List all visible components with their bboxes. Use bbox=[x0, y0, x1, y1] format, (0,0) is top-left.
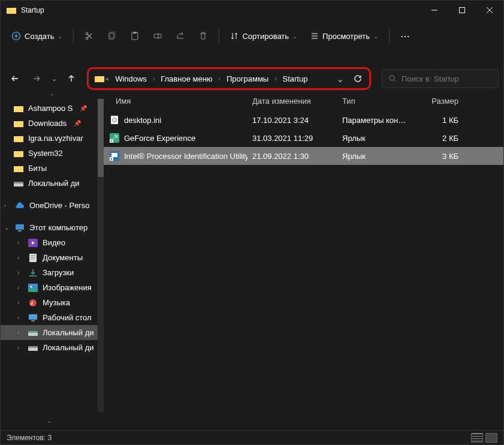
paste-button[interactable] bbox=[124, 25, 146, 47]
sidebar-item[interactable]: System32 bbox=[1, 146, 104, 161]
chevron-right-icon[interactable]: › bbox=[17, 314, 23, 321]
sidebar-item[interactable]: › Изображения bbox=[1, 280, 104, 295]
sidebar-item[interactable]: › Локальный ди bbox=[1, 325, 104, 340]
breadcrumb-item[interactable]: Startup bbox=[279, 72, 312, 86]
cloud-icon bbox=[15, 202, 25, 209]
new-button[interactable]: Создать ⌄ bbox=[5, 28, 68, 44]
chevron-right-icon[interactable]: › bbox=[4, 202, 10, 209]
chevron-right-icon[interactable]: › bbox=[218, 76, 222, 82]
cut-button[interactable] bbox=[79, 25, 100, 47]
sidebar-label: Ashampoo S bbox=[28, 104, 73, 113]
chevron-down-icon: ⌄ bbox=[292, 33, 297, 40]
folder-icon bbox=[14, 104, 23, 113]
nav-row: ⌄ « Windows › Главное меню › Программы ›… bbox=[1, 65, 503, 92]
ini-file-icon bbox=[110, 115, 119, 125]
svg-rect-13 bbox=[18, 230, 22, 231]
chevron-right-icon[interactable]: › bbox=[17, 269, 23, 276]
file-type: Параметры конф... bbox=[337, 113, 415, 128]
file-row[interactable]: Intel® Processor Identification Utility … bbox=[104, 147, 503, 165]
sidebar-item-thispc[interactable]: ⌄ Этот компьютер bbox=[1, 220, 104, 235]
file-date: 17.10.2021 3:24 bbox=[248, 113, 337, 128]
rename-button[interactable] bbox=[147, 25, 168, 47]
column-size[interactable]: Размер bbox=[415, 94, 463, 108]
chevron-right-icon[interactable]: › bbox=[17, 329, 23, 336]
sidebar-item[interactable]: › Локальный ди bbox=[1, 340, 104, 355]
sidebar-item[interactable]: › Музыка bbox=[1, 295, 104, 310]
file-list: Имя Дата изменения Тип Размер desktop.in… bbox=[104, 92, 503, 430]
scroll-down-button[interactable]: ⌄ bbox=[1, 417, 98, 424]
address-dropdown[interactable]: ⌄ bbox=[332, 73, 348, 85]
overflow-chevrons-icon[interactable]: « bbox=[105, 75, 109, 82]
recent-button[interactable]: ⌄ bbox=[49, 69, 59, 88]
view-button[interactable]: Просмотреть ⌄ bbox=[304, 28, 384, 44]
sidebar-item[interactable]: Igra.na.vyzhivar bbox=[1, 131, 104, 146]
chevron-right-icon[interactable]: › bbox=[17, 254, 23, 261]
sort-button[interactable]: Сортировать ⌄ bbox=[224, 28, 303, 44]
thumbnails-view-button[interactable] bbox=[485, 433, 497, 443]
explorer-window: Startup Создать ⌄ bbox=[0, 0, 504, 445]
column-headers: Имя Дата изменения Тип Размер bbox=[104, 92, 503, 111]
svg-rect-22 bbox=[28, 331, 38, 333]
sidebar-scrollbar-thumb[interactable] bbox=[98, 99, 104, 177]
breadcrumb-item[interactable]: Программы bbox=[223, 72, 272, 86]
file-row[interactable]: GeForce Experience 31.03.2021 11:29 Ярлы… bbox=[104, 129, 503, 147]
sidebar-item[interactable]: Биты bbox=[1, 161, 104, 176]
scroll-up-button[interactable]: ⌃ bbox=[1, 92, 104, 101]
forward-button[interactable] bbox=[27, 69, 46, 88]
sidebar-item[interactable]: › Документы bbox=[1, 250, 104, 265]
maximize-button[interactable] bbox=[448, 1, 476, 20]
close-button[interactable] bbox=[476, 1, 503, 20]
minimize-button[interactable] bbox=[421, 1, 448, 20]
up-button[interactable] bbox=[62, 69, 81, 88]
arrow-up-icon bbox=[67, 74, 76, 83]
music-icon bbox=[28, 299, 38, 307]
column-date[interactable]: Дата изменения bbox=[248, 94, 337, 108]
svg-point-9 bbox=[390, 76, 394, 80]
address-bar[interactable]: « Windows › Главное меню › Программы › S… bbox=[87, 67, 371, 90]
breadcrumb-item[interactable]: Главное меню bbox=[157, 72, 216, 86]
chevron-right-icon[interactable]: › bbox=[17, 344, 23, 351]
refresh-button[interactable] bbox=[350, 74, 366, 83]
chevron-right-icon[interactable]: › bbox=[17, 299, 23, 306]
folder-icon bbox=[14, 149, 23, 158]
chevron-right-icon[interactable]: › bbox=[17, 239, 23, 246]
rename-icon bbox=[153, 31, 162, 41]
content-body: ⌃ Ashampoo S 📌 Downloads 📌 Igra.na.vyzhi… bbox=[1, 92, 503, 430]
share-button[interactable] bbox=[170, 25, 191, 47]
file-name: GeForce Experience bbox=[124, 134, 195, 143]
sidebar-item[interactable]: › Загрузки bbox=[1, 265, 104, 280]
sidebar-item[interactable]: › Рабочий стол bbox=[1, 310, 104, 325]
details-view-button[interactable] bbox=[471, 433, 483, 443]
chevron-right-icon[interactable]: › bbox=[273, 76, 277, 82]
sidebar-item[interactable]: Downloads 📌 bbox=[1, 116, 104, 131]
chevron-down-icon[interactable]: ⌄ bbox=[4, 224, 10, 231]
sidebar-label: Изображения bbox=[43, 283, 92, 292]
breadcrumb-item[interactable]: Windows bbox=[111, 72, 150, 86]
arrow-left-icon bbox=[11, 74, 19, 83]
sidebar-item-onedrive[interactable]: › OneDrive - Perso bbox=[1, 198, 104, 213]
downloads-icon bbox=[28, 269, 38, 277]
chevron-right-icon[interactable]: › bbox=[17, 284, 23, 291]
sidebar-label: Локальный ди bbox=[28, 179, 80, 188]
pin-icon: 📌 bbox=[74, 120, 81, 127]
share-icon bbox=[176, 31, 185, 41]
copy-button[interactable] bbox=[101, 25, 123, 47]
file-date: 31.03.2021 11:29 bbox=[248, 131, 337, 146]
sidebar-item[interactable]: Ashampoo S 📌 bbox=[1, 101, 104, 116]
sidebar-item[interactable]: › Видео bbox=[1, 235, 104, 250]
sidebar-label: System32 bbox=[28, 149, 63, 158]
file-row[interactable]: desktop.ini 17.10.2021 3:24 Параметры ко… bbox=[104, 111, 503, 129]
clipboard-icon bbox=[130, 31, 140, 41]
svg-point-17 bbox=[31, 285, 32, 287]
column-type[interactable]: Тип bbox=[337, 94, 415, 108]
sidebar-item[interactable]: Локальный ди bbox=[1, 176, 104, 191]
delete-button[interactable] bbox=[192, 25, 214, 47]
chevron-right-icon[interactable]: › bbox=[152, 76, 156, 82]
column-name[interactable]: Имя bbox=[104, 94, 248, 108]
scissors-icon bbox=[84, 31, 94, 41]
search-input[interactable]: Поиск в: Startup bbox=[382, 69, 499, 88]
file-size: 2 КБ bbox=[415, 131, 463, 146]
titlebar[interactable]: Startup bbox=[1, 1, 503, 20]
more-button[interactable]: ⋯ bbox=[394, 31, 416, 42]
back-button[interactable] bbox=[5, 69, 25, 88]
